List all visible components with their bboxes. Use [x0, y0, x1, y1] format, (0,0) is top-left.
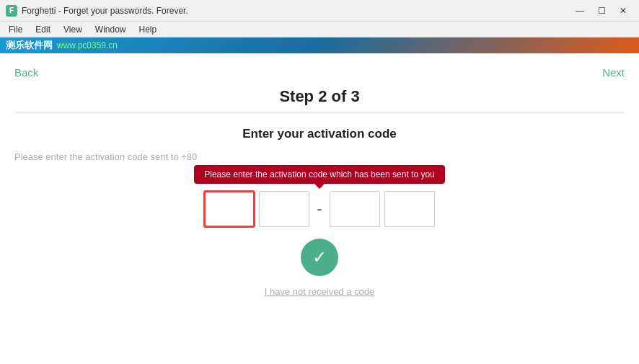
confirm-button[interactable]: ✓ — [301, 239, 338, 276]
watermark-banner: 测乐软件网 www.pc0359.cn — [0, 37, 639, 53]
code-input-row: - — [0, 191, 639, 227]
next-button[interactable]: Next — [602, 66, 625, 79]
minimize-button[interactable]: — — [570, 4, 590, 18]
maximize-button[interactable]: ☐ — [591, 4, 612, 18]
code-input-4[interactable] — [384, 191, 435, 227]
check-btn-container: ✓ — [0, 239, 639, 276]
tooltip-container: Please enter the activation code which h… — [0, 165, 639, 184]
nav-row: Back Next — [0, 53, 639, 87]
section-heading: Enter your activation code — [0, 127, 639, 141]
code-separator: - — [314, 200, 325, 218]
title-bar-left: F Forghetti - Forget your passwords. For… — [6, 5, 188, 17]
title-bar: F Forghetti - Forget your passwords. For… — [0, 0, 639, 22]
menu-view[interactable]: View — [58, 23, 88, 36]
code-input-1[interactable] — [204, 191, 255, 227]
resend-link[interactable]: I have not received a code — [0, 286, 639, 297]
tooltip-box: Please enter the activation code which h… — [194, 165, 445, 184]
menu-help[interactable]: Help — [133, 23, 163, 36]
close-button[interactable]: ✕ — [613, 4, 633, 18]
code-input-3[interactable] — [330, 191, 380, 227]
code-input-2[interactable] — [259, 191, 309, 227]
instruction-text: Please enter the activation code sent to… — [14, 151, 639, 162]
checkmark-icon: ✓ — [312, 249, 327, 266]
menu-file[interactable]: File — [3, 23, 28, 36]
watermark-text: 测乐软件网 — [6, 39, 53, 52]
title-bar-controls: — ☐ ✕ — [570, 4, 633, 18]
watermark-url: www.pc0359.cn — [57, 40, 118, 50]
back-button[interactable]: Back — [14, 66, 38, 79]
title-bar-title: Forghetti - Forget your passwords. Forev… — [22, 6, 188, 16]
menu-bar: File Edit View Window Help — [0, 22, 639, 37]
app-icon: F — [6, 5, 17, 17]
menu-window[interactable]: Window — [89, 23, 132, 36]
divider — [14, 112, 625, 112]
menu-edit[interactable]: Edit — [30, 23, 56, 36]
step-title: Step 2 of 3 — [0, 87, 639, 106]
